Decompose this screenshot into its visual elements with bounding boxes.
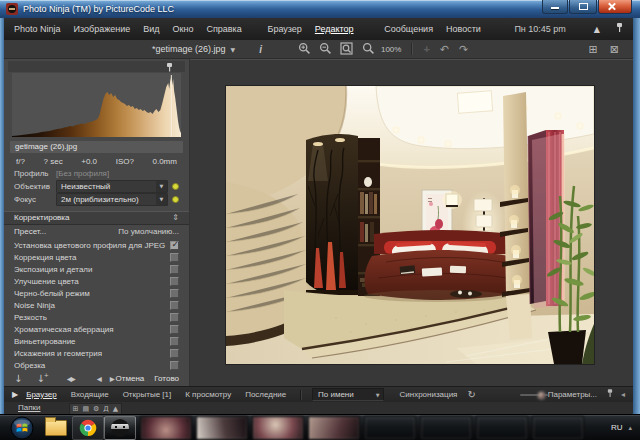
list-view-icon[interactable]: ▤ — [82, 404, 89, 414]
zoom-out-button[interactable] — [319, 42, 332, 57]
save-down-icon[interactable]: ↓ — [14, 374, 22, 384]
exif-row: f/? ? sec +0.0 ISO? 0.0mm — [4, 155, 189, 168]
zoom-actual-button[interactable] — [362, 42, 375, 57]
adjustment-checkbox[interactable] — [170, 349, 179, 358]
compare-icon[interactable]: ◂▸ — [67, 374, 75, 384]
menu-help[interactable]: Справка — [206, 24, 241, 34]
adjustment-row[interactable]: Искажения и геометрия — [4, 347, 189, 359]
tab-incoming[interactable]: Входящие — [71, 390, 109, 399]
pin-icon[interactable] — [616, 23, 623, 35]
taskbar-thumbnail[interactable] — [196, 416, 248, 440]
maximize-button[interactable] — [569, 0, 597, 14]
adjustment-row[interactable]: Обрезка — [4, 359, 189, 371]
tab-browser-mode[interactable]: Браузер — [267, 24, 301, 34]
adjustment-checkbox[interactable] — [170, 277, 179, 286]
adjustment-row[interactable]: Резкость — [4, 311, 189, 323]
slider-thumb[interactable] — [537, 391, 546, 400]
zoom-fit-button[interactable] — [340, 42, 354, 57]
taskbar-thumbnail[interactable] — [140, 416, 192, 440]
next-image-icon[interactable]: ▸ — [110, 374, 115, 384]
taskbar-thumbnail[interactable] — [308, 416, 360, 440]
start-button[interactable] — [10, 416, 34, 440]
adjustment-row[interactable]: Виньетирование — [4, 335, 189, 347]
preset-row[interactable]: Пресет... По умолчанию... — [4, 225, 189, 239]
grid-view-button[interactable]: ⊞ — [589, 43, 598, 56]
collapse-caret-icon[interactable]: ▲ — [113, 404, 118, 414]
adjustment-checkbox[interactable] — [170, 265, 179, 274]
info-icon[interactable]: i — [259, 44, 262, 55]
editor-canvas[interactable] — [190, 59, 633, 386]
editor-image[interactable] — [226, 86, 594, 364]
minimize-button[interactable] — [542, 0, 568, 14]
language-indicator[interactable]: RU — [611, 423, 629, 432]
tab-editor-mode[interactable]: Редактор — [315, 24, 354, 34]
chrome-button[interactable] — [72, 416, 104, 440]
tab-to-review[interactable]: К просмотру — [185, 390, 231, 399]
redo-button[interactable]: ↷ — [459, 43, 468, 56]
taskbar-thumbnail[interactable] — [252, 416, 304, 440]
menu-window[interactable]: Окно — [173, 24, 194, 34]
close-image-button[interactable]: ⊠ — [610, 43, 619, 56]
undo-button[interactable]: ↶ — [440, 43, 449, 56]
tab-browser[interactable]: Браузер — [26, 390, 57, 399]
adjustment-row[interactable]: Noise Ninja — [4, 299, 189, 311]
lens-dropdown[interactable]: Неизвестный ▼ — [56, 180, 168, 193]
grid-view-icon[interactable]: ⊞ — [73, 404, 79, 414]
window-titlebar[interactable]: Photo Ninja (TM) by PictureCode LLC — [0, 0, 640, 18]
menu-news[interactable]: Новости — [446, 24, 481, 34]
adjustment-checkbox[interactable] — [170, 325, 179, 334]
adjustment-checkbox[interactable] — [170, 289, 179, 298]
menu-image[interactable]: Изображение — [74, 24, 131, 34]
save-plus-icon[interactable]: ↓ — [36, 374, 44, 384]
tab-recent[interactable]: Последние — [245, 390, 286, 399]
image-name-bar[interactable]: getimage (26).jpg — [10, 141, 183, 153]
expand-browser-icon[interactable]: ▶ — [12, 390, 18, 399]
adjustment-row[interactable]: Улучшение цвета — [4, 275, 189, 287]
adjustment-checkbox[interactable] — [170, 301, 179, 310]
tab-open[interactable]: Открытые [1] — [123, 390, 172, 399]
collapse-chevron-icon[interactable]: ◂ — [621, 390, 625, 399]
sync-label[interactable]: Синхронизация — [400, 390, 458, 399]
filename-dropdown[interactable]: *getimage (26).jpg ▼ — [152, 44, 235, 54]
focus-dropdown[interactable]: 2м (приблизительно) ▼ — [56, 193, 168, 206]
menu-photo-ninja[interactable]: Photo Ninja — [14, 24, 61, 34]
explorer-button[interactable] — [40, 416, 72, 440]
menu-view[interactable]: Вид — [143, 24, 159, 34]
pin-icon[interactable] — [607, 389, 613, 400]
taskbar-thumbnail[interactable] — [476, 416, 528, 440]
taskbar-thumbnail[interactable] — [532, 416, 584, 440]
adjustment-row[interactable]: Установка цветового профиля для JPEG — [4, 239, 189, 251]
adjustment-checkbox[interactable] — [170, 241, 179, 250]
adjustment-checkbox[interactable] — [170, 337, 179, 346]
adjustment-checkbox[interactable] — [170, 313, 179, 322]
adjustment-row[interactable]: Экспозиция и детали — [4, 263, 189, 275]
adjustment-row[interactable]: Коррекция цвета — [4, 251, 189, 263]
sort-az-icon[interactable]: Д — [103, 404, 108, 414]
expand-collapse-icon[interactable]: ⇕ — [172, 213, 179, 222]
sort-dropdown[interactable]: По имени ▼ — [312, 388, 383, 401]
taskbar-thumbnail[interactable] — [364, 416, 416, 440]
adjustment-checkbox[interactable] — [170, 361, 179, 370]
folders-link[interactable]: Папки — [18, 403, 41, 412]
menu-messages[interactable]: Сообщения — [384, 24, 433, 34]
previous-image-icon[interactable]: ◂ — [97, 374, 102, 384]
zoom-in-button[interactable] — [298, 42, 311, 57]
params-button[interactable]: Параметры... — [548, 390, 597, 399]
adjustments-header[interactable]: Корректировка ⇕ — [4, 211, 189, 225]
thumbnail-size-slider[interactable] — [520, 394, 548, 396]
photo-ninja-taskbar-button[interactable] — [104, 416, 136, 440]
adjustment-label: Экспозиция и детали — [14, 265, 170, 274]
taskbar-thumbnail[interactable] — [420, 416, 472, 440]
tray-expand-icon[interactable]: ▴ — [628, 424, 636, 432]
adjustment-checkbox[interactable] — [170, 253, 179, 262]
gear-icon[interactable]: ⚙ — [93, 404, 99, 414]
done-button[interactable]: Готово — [154, 374, 179, 383]
adjustment-row[interactable]: Черно-белый режим — [4, 287, 189, 299]
cancel-button[interactable]: Отмена — [116, 374, 145, 383]
sync-icon[interactable]: ↻ — [467, 389, 475, 400]
adjustment-row[interactable]: Хроматическая аберрация — [4, 323, 189, 335]
close-button[interactable] — [598, 0, 632, 14]
collapse-caret-icon[interactable]: ▲ — [594, 25, 600, 34]
chevron-down-icon: ▼ — [376, 392, 383, 398]
pan-icon[interactable]: + — [423, 43, 429, 55]
